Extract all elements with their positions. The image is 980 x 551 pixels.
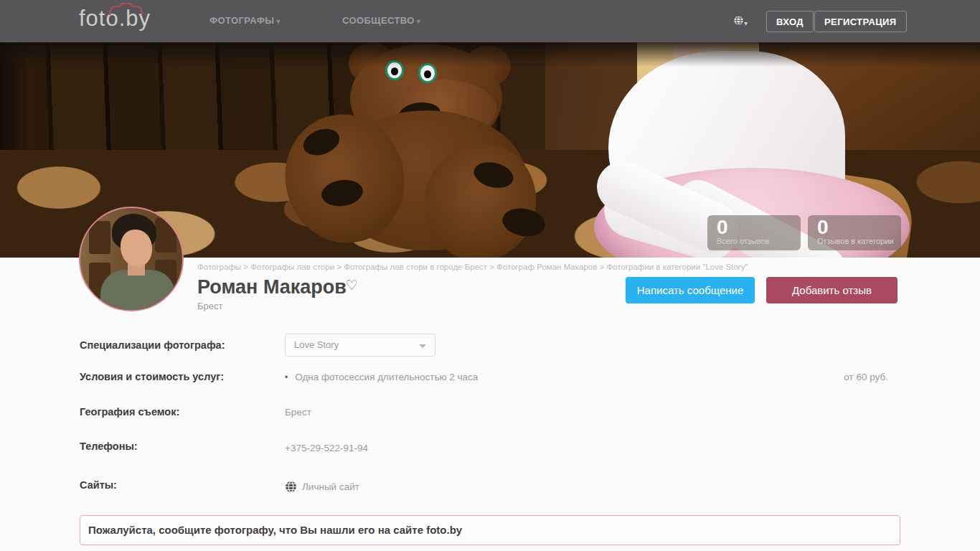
login-button[interactable]: ВХОД xyxy=(766,11,814,32)
nav-item-photographers[interactable]: ФОТОГРАФЫ▾ xyxy=(209,15,281,26)
chevron-down-icon: ▾ xyxy=(417,17,420,25)
bullet-icon: • xyxy=(285,372,288,382)
phone-value: +375-29-522-91-94 xyxy=(285,443,368,453)
specialization-value: Love Story xyxy=(294,339,339,350)
city-label: Брест xyxy=(197,301,222,311)
total-reviews-stat: 0 Всего отзывов xyxy=(707,215,801,250)
phones-label: Телефоны: xyxy=(80,441,138,452)
pricing-item: •Одна фотосессия длительностью 2 часа xyxy=(285,372,478,382)
pricing-label: Условия и стоимость услуг: xyxy=(80,371,224,382)
specializations-label: Специализации фотографа: xyxy=(80,339,225,351)
geography-value: Брест xyxy=(285,407,311,418)
stat-value: 0 xyxy=(817,217,901,238)
pricing-price: от 60 руб. xyxy=(844,372,888,382)
site-logo[interactable]: foto.by xyxy=(79,6,151,32)
add-review-button[interactable]: Добавить отзыв xyxy=(766,277,897,303)
nav-item-label: СООБЩЕСТВО xyxy=(342,15,415,26)
page-title: Роман Макаров xyxy=(197,276,347,298)
top-navbar: foto.by ФОТОГРАФЫ▾ СООБЩЕСТВО▾ ▾ ВХОД РЕ… xyxy=(0,0,980,42)
globe-icon xyxy=(285,481,297,493)
nav-item-community[interactable]: СООБЩЕСТВО▾ xyxy=(342,15,420,26)
stat-value: 0 xyxy=(717,217,801,238)
stat-label: Всего отзывов xyxy=(717,237,801,245)
chevron-down-icon: ▾ xyxy=(276,17,280,25)
register-button[interactable]: РЕГИСТРАЦИЯ xyxy=(814,11,907,32)
geography-label: География съемок: xyxy=(80,406,179,418)
favorite-heart-icon[interactable]: ♡ xyxy=(346,277,358,293)
chevron-down-icon: ▾ xyxy=(744,19,748,27)
hero-top-shadow xyxy=(0,42,980,67)
breadcrumb[interactable]: Фотографы > Фотографы лав стори > Фотогр… xyxy=(197,263,748,271)
specialization-select[interactable]: Love Story xyxy=(285,334,435,357)
language-selector[interactable]: ▾ xyxy=(733,15,748,28)
photographer-profile-page: foto.by ФОТОГРАФЫ▾ СООБЩЕСТВО▾ ▾ ВХОД РЕ… xyxy=(0,0,980,551)
globe-icon xyxy=(733,15,744,26)
avatar xyxy=(79,207,184,311)
chevron-down-icon xyxy=(419,344,426,348)
personal-site-link[interactable]: Личный сайт xyxy=(285,481,359,493)
notice-banner: Пожалуйста, сообщите фотографу, что Вы н… xyxy=(80,515,900,545)
sites-label: Сайты: xyxy=(80,479,117,491)
stat-label: Отзывов в категории xyxy=(817,237,901,245)
camera-icon xyxy=(108,3,143,16)
site-link-text: Личный сайт xyxy=(302,481,359,492)
send-message-button[interactable]: Написать сообщение xyxy=(626,277,755,303)
nav-item-label: ФОТОГРАФЫ xyxy=(209,15,274,26)
category-reviews-stat: 0 Отзывов в категории xyxy=(808,215,901,250)
